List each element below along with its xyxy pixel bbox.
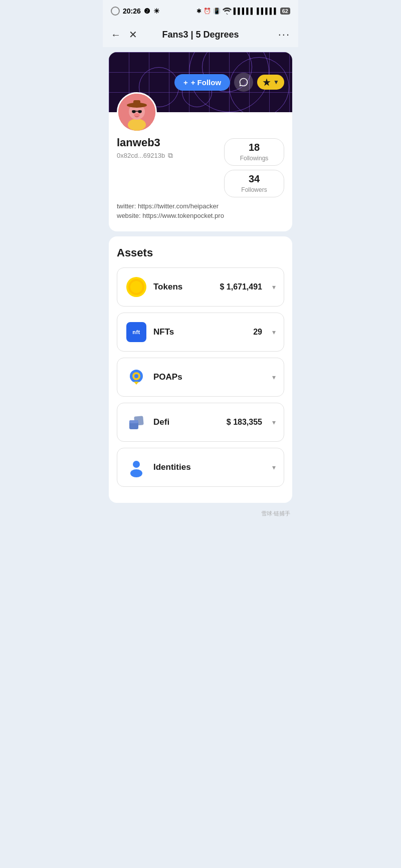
notification-icon: ❷	[144, 7, 150, 15]
nav-header: ← ✕ Fans3 | 5 Degrees ···	[103, 22, 298, 47]
signal-bars-2: ▌▌▌▌▌	[257, 8, 278, 15]
tokens-row[interactable]: Tokens $ 1,671,491 ▾	[117, 267, 284, 307]
nfts-chevron-icon: ▾	[272, 328, 276, 336]
nfts-row[interactable]: nft NFTs 29 ▾	[117, 313, 284, 352]
nav-left[interactable]: ← ✕	[111, 29, 137, 41]
svg-point-24	[130, 469, 142, 477]
identities-icon	[125, 456, 147, 478]
profile-info: lanweb3 0x82cd...69213b ⧉ 18 Followings …	[109, 132, 292, 197]
status-bar: 20:26 ❷ ☀ ✱ ⏰ 📳 ▌▌▌▌▌ ▌▌▌▌▌ 62	[103, 0, 298, 22]
website-link[interactable]: website: https://www.tokenpocket.pro	[117, 212, 284, 219]
svg-rect-9	[138, 110, 142, 113]
wallet-address: 0x82cd...69213b ⧉	[117, 151, 224, 160]
defi-icon	[125, 411, 147, 433]
nfts-value: 29	[253, 328, 262, 337]
defi-label: Defi	[153, 417, 221, 427]
assets-title: Assets	[117, 246, 284, 259]
wifi-icon	[223, 8, 232, 15]
status-left: 20:26 ❷ ☀	[111, 7, 160, 16]
address-text: 0x82cd...69213b	[117, 152, 165, 159]
bluetooth-icon: ✱	[196, 8, 202, 15]
profile-card: + + Follow ▼	[109, 52, 292, 231]
svg-rect-8	[132, 110, 136, 113]
chain-selector-button[interactable]: ▼	[257, 75, 284, 90]
time-display: 20:26	[123, 7, 141, 15]
plus-icon: +	[183, 78, 188, 87]
tokens-icon	[125, 276, 147, 298]
identities-row[interactable]: Identities ▾	[117, 448, 284, 487]
username: lanweb3	[117, 136, 224, 149]
tokens-value: $ 1,671,491	[220, 282, 262, 292]
brightness-icon: ☀	[153, 7, 160, 15]
followings-label: Followings	[240, 155, 269, 162]
tokens-label: Tokens	[153, 282, 214, 292]
poaps-label: POAPs	[153, 372, 256, 382]
followings-count: 18	[235, 142, 274, 153]
nfts-icon: nft	[125, 321, 147, 343]
battery-level: 62	[280, 8, 290, 15]
banner-actions: + + Follow ▼	[174, 73, 284, 92]
watermark: 雪球·链捕手	[103, 508, 298, 522]
nfts-label: NFTs	[153, 327, 247, 337]
defi-chevron-icon: ▾	[272, 418, 276, 426]
svg-point-14	[130, 281, 142, 293]
back-button[interactable]: ←	[111, 29, 121, 41]
defi-row[interactable]: Defi $ 183,355 ▾	[117, 403, 284, 442]
svg-marker-0	[263, 79, 271, 86]
followers-label: Followers	[241, 186, 267, 193]
poaps-icon	[125, 366, 147, 388]
followings-stat[interactable]: 18 Followings	[224, 138, 284, 166]
signal-icon	[111, 7, 120, 16]
chevron-down-icon: ▼	[273, 79, 279, 86]
poaps-chevron-icon: ▾	[272, 373, 276, 381]
poaps-row[interactable]: POAPs ▾	[117, 358, 284, 397]
more-options-button[interactable]: ···	[278, 28, 290, 41]
defi-value: $ 183,355	[227, 418, 262, 427]
followers-stat[interactable]: 34 Followers	[224, 170, 284, 197]
follow-button[interactable]: + + Follow	[174, 74, 230, 91]
svg-point-17	[134, 374, 138, 378]
svg-point-23	[133, 461, 140, 468]
identities-chevron-icon: ▾	[272, 463, 276, 471]
tokens-chevron-icon: ▾	[272, 283, 276, 291]
avatar	[117, 92, 157, 132]
svg-point-2	[128, 119, 146, 131]
svg-rect-22	[129, 420, 138, 423]
close-button[interactable]: ✕	[129, 29, 137, 41]
identities-label: Identities	[153, 462, 256, 472]
twitter-link[interactable]: twitter: https://twitter.com/heipacker	[117, 202, 284, 210]
avatar-container	[117, 92, 157, 132]
followers-count: 34	[235, 173, 274, 185]
alarm-icon: ⏰	[204, 8, 211, 15]
assets-section: Assets Tokens $ 1,671,491 ▾ nft NFTs 29 …	[109, 236, 292, 503]
message-button[interactable]	[234, 73, 253, 92]
copy-icon[interactable]: ⧉	[168, 151, 173, 160]
follow-label: + Follow	[191, 78, 221, 87]
social-links: twitter: https://twitter.com/heipacker w…	[109, 197, 292, 219]
svg-rect-5	[133, 100, 140, 106]
status-right: ✱ ⏰ 📳 ▌▌▌▌▌ ▌▌▌▌▌ 62	[196, 8, 290, 15]
signal-bars-1: ▌▌▌▌▌	[234, 8, 255, 15]
page-title: Fans3 | 5 Degrees	[162, 30, 239, 40]
profile-right: 18 Followings 34 Followers	[224, 138, 284, 197]
nft-badge: nft	[126, 322, 146, 342]
vibrate-icon: 📳	[213, 8, 221, 15]
profile-left: lanweb3 0x82cd...69213b ⧉	[117, 136, 224, 160]
watermark-text: 雪球·链捕手	[261, 510, 290, 516]
